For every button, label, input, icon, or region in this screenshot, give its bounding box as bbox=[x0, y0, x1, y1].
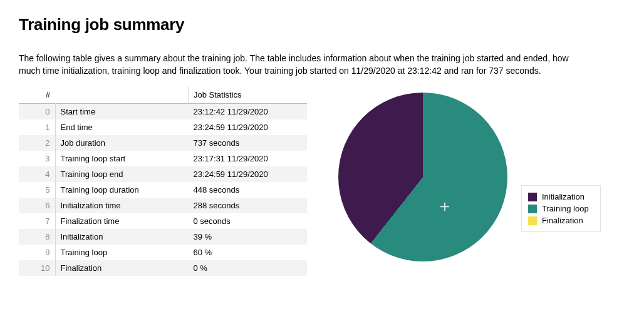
row-value: 60 % bbox=[189, 245, 308, 260]
row-index: 7 bbox=[19, 213, 55, 229]
row-value: 737 seconds bbox=[189, 135, 308, 151]
table-row: 2Job duration737 seconds bbox=[19, 135, 307, 151]
table-row: 7Finalization time0 seconds bbox=[19, 213, 307, 229]
row-value: 448 seconds bbox=[189, 182, 308, 198]
row-name: Training loop end bbox=[55, 166, 189, 182]
row-value: 23:17:31 11/29/2020 bbox=[189, 151, 308, 166]
row-name: Start time bbox=[55, 103, 189, 119]
row-index: 6 bbox=[19, 198, 55, 213]
row-value: 0 seconds bbox=[189, 213, 308, 229]
row-value: 23:24:59 11/29/2020 bbox=[189, 166, 308, 182]
row-index: 4 bbox=[19, 166, 55, 182]
col-header-index: # bbox=[19, 86, 55, 104]
row-name: Initialization bbox=[55, 229, 189, 245]
col-header-name bbox=[55, 86, 189, 104]
col-header-value: Job Statistics bbox=[189, 86, 308, 104]
table-row: 8Initialization39 % bbox=[19, 229, 307, 245]
legend-label: Finalization bbox=[542, 216, 583, 225]
row-name: Training loop bbox=[55, 245, 189, 260]
table-row: 3Training loop start23:17:31 11/29/2020 bbox=[19, 151, 307, 166]
row-value: 288 seconds bbox=[189, 198, 308, 213]
table-row: 0Start time23:12:42 11/29/2020 bbox=[19, 103, 307, 119]
chart-legend: InitializationTraining loopFinalization bbox=[521, 185, 601, 232]
row-name: Finalization bbox=[55, 260, 189, 276]
table-row: 9Training loop60 % bbox=[19, 245, 307, 260]
legend-swatch bbox=[528, 193, 537, 201]
row-index: 5 bbox=[19, 182, 55, 198]
row-value: 23:24:59 11/29/2020 bbox=[189, 119, 308, 135]
summary-description: The following table gives a summary abou… bbox=[19, 52, 589, 78]
row-value: 0 % bbox=[189, 260, 308, 276]
row-name: Training loop start bbox=[55, 151, 189, 166]
row-name: Job duration bbox=[55, 135, 189, 151]
legend-label: Initialization bbox=[542, 192, 584, 201]
legend-item[interactable]: Initialization bbox=[528, 191, 589, 203]
legend-swatch bbox=[528, 205, 537, 213]
row-value: 23:12:42 11/29/2020 bbox=[189, 103, 308, 119]
row-index: 0 bbox=[19, 103, 55, 119]
row-index: 2 bbox=[19, 135, 55, 151]
table-row: 4Training loop end23:24:59 11/29/2020 bbox=[19, 166, 307, 182]
row-index: 10 bbox=[19, 260, 55, 276]
page-title: Training job summary bbox=[19, 15, 625, 34]
table-row: 1End time23:24:59 11/29/2020 bbox=[19, 119, 307, 135]
legend-item[interactable]: Finalization bbox=[528, 215, 589, 226]
row-index: 9 bbox=[19, 245, 55, 260]
row-index: 3 bbox=[19, 151, 55, 166]
row-value: 39 % bbox=[189, 229, 308, 245]
pie-chart bbox=[338, 93, 507, 261]
row-index: 1 bbox=[19, 119, 55, 135]
row-name: Initialization time bbox=[55, 198, 189, 213]
row-name: Training loop duration bbox=[55, 182, 189, 198]
job-statistics-table: # Job Statistics 0Start time23:12:42 11/… bbox=[19, 86, 307, 276]
legend-swatch bbox=[528, 216, 537, 225]
time-breakdown-pie bbox=[338, 93, 507, 261]
row-name: End time bbox=[55, 119, 189, 135]
table-row: 6Initialization time288 seconds bbox=[19, 198, 307, 213]
legend-label: Training loop bbox=[542, 204, 589, 213]
row-index: 8 bbox=[19, 229, 55, 245]
row-name: Finalization time bbox=[55, 213, 189, 229]
legend-item[interactable]: Training loop bbox=[528, 203, 589, 215]
table-row: 10Finalization0 % bbox=[19, 260, 307, 276]
table-row: 5Training loop duration448 seconds bbox=[19, 182, 307, 198]
